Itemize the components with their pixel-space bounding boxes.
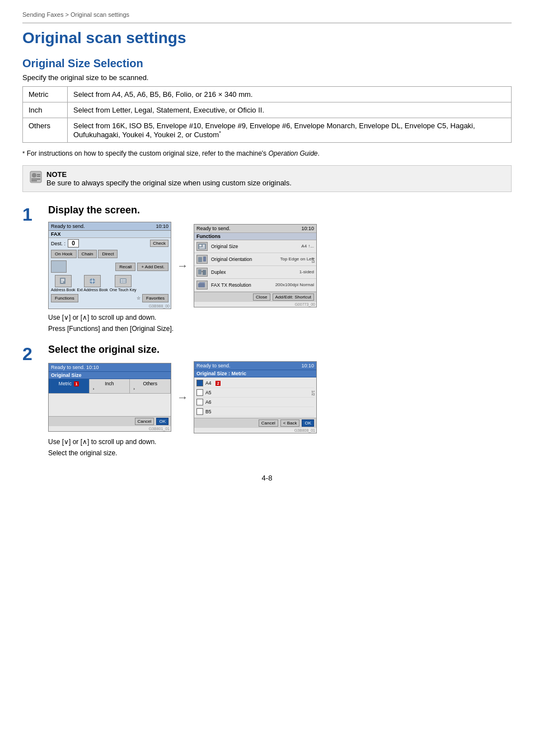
fax-status: Ready to send. bbox=[51, 223, 85, 229]
orig-item-check[interactable] bbox=[196, 408, 203, 415]
svg-rect-23 bbox=[203, 246, 205, 247]
info-table: MetricSelect from A4, A5, A6, B5, B6, Fo… bbox=[22, 86, 512, 143]
svg-rect-24 bbox=[199, 248, 205, 249]
fax-btn-row: On Hook Chain Direct bbox=[49, 249, 171, 259]
step-1-screens: Ready to send. 10:10 FAX Dest. : 0 Check… bbox=[48, 222, 512, 309]
orig-ok-btn-2[interactable]: OK bbox=[302, 419, 314, 427]
orig-item-check[interactable] bbox=[196, 389, 203, 396]
fax-chain-btn[interactable]: Chain bbox=[78, 250, 97, 258]
fax-direct-btn[interactable]: Direct bbox=[98, 250, 118, 258]
step-1-scroll-hint: Use [∨] or [∧] to scroll up and down. bbox=[48, 314, 512, 321]
table-cell-label: Metric bbox=[23, 87, 68, 102]
orig-tabs: Metric 1 Inch › Others › bbox=[49, 379, 171, 394]
fax-functions-btn[interactable]: Functions bbox=[51, 294, 78, 302]
orig-tab-metric[interactable]: Metric 1 bbox=[49, 379, 90, 393]
fax-on-hook-btn[interactable]: On Hook bbox=[51, 250, 77, 258]
step-1-title: Display the screen. bbox=[48, 204, 512, 216]
step-1: 1 Display the screen. Ready to send. 10:… bbox=[22, 204, 512, 333]
note-text: Be sure to always specify the original s… bbox=[46, 179, 292, 187]
func-item-value: 200x100dpi Normal bbox=[275, 282, 314, 287]
svg-rect-22 bbox=[203, 245, 205, 246]
func-item: FAX TX Resolution200x100dpi Normal bbox=[194, 279, 316, 292]
orig-item-check[interactable] bbox=[196, 380, 203, 386]
func-footer: Close Add/Edit: Shortcut bbox=[194, 292, 316, 302]
step-2-title: Select the original size. bbox=[48, 344, 512, 356]
orig-page: 1/2 bbox=[311, 390, 315, 396]
fax-favorites-btn[interactable]: Favorites bbox=[142, 294, 168, 302]
table-row: OthersSelect from 16K, ISO B5, Envelope … bbox=[23, 118, 512, 143]
note-label: NOTE bbox=[46, 170, 67, 179]
orig-item[interactable]: B5 bbox=[196, 407, 314, 417]
fax-label: FAX bbox=[51, 231, 61, 237]
fax-one-touch-icon[interactable] bbox=[115, 275, 132, 287]
section-heading: Original Size Selection bbox=[22, 57, 512, 70]
step-1-number: 1 bbox=[22, 206, 39, 223]
func-image-id: G00773_00 bbox=[194, 302, 316, 307]
svg-rect-13 bbox=[120, 278, 127, 283]
inch-arrow: › bbox=[92, 386, 128, 391]
orig-tab-others[interactable]: Others › bbox=[130, 379, 171, 393]
func-close-btn[interactable]: Close bbox=[253, 293, 270, 301]
fax-ext-address-label: Ext Address Book bbox=[77, 288, 108, 292]
fax-adddest-btn[interactable]: + Add Dest. bbox=[137, 263, 168, 271]
orig-screen-1-image-id: G3B801_01 bbox=[49, 426, 171, 431]
orig-back-btn[interactable]: < Back bbox=[280, 419, 300, 427]
note-content: NOTE Be sure to always specify the origi… bbox=[46, 170, 292, 187]
step-2-screens: Ready to send. 10:10 Original Size Metri… bbox=[48, 361, 512, 433]
orig-item[interactable]: A6 bbox=[196, 398, 314, 407]
fax-image-id: G3B988_00 bbox=[49, 304, 171, 309]
fax-check-btn[interactable]: Check bbox=[150, 240, 168, 247]
func-screen: Ready to send. 10:10 Functions Original … bbox=[194, 224, 317, 307]
fax-address-book-icon[interactable] bbox=[55, 275, 72, 287]
func-page: 1/3 bbox=[311, 258, 315, 263]
svg-rect-30 bbox=[198, 283, 205, 287]
fax-ext-address-icon[interactable] bbox=[84, 275, 101, 287]
others-arrow: › bbox=[132, 386, 168, 391]
func-item: Original OrientationTop Edge on Left bbox=[194, 253, 316, 266]
page-number: 4-8 bbox=[22, 474, 512, 482]
fax-dest-label: Dest. : bbox=[51, 241, 65, 246]
step-1-arrow: → bbox=[177, 259, 188, 272]
operation-guide-ref: Operation Guide bbox=[268, 150, 317, 157]
func-status: Ready to send. bbox=[196, 226, 231, 231]
orig-screen-1-label: Original Size bbox=[49, 372, 171, 379]
orig-cancel-btn-2[interactable]: Cancel bbox=[259, 419, 278, 427]
orig-size-screen-2: Ready to send. 10:10 Original Size : Met… bbox=[194, 361, 317, 433]
orig-footer-2: Cancel < Back OK bbox=[194, 418, 316, 428]
func-screen-label: Functions bbox=[194, 233, 316, 240]
step-2-number: 2 bbox=[22, 345, 39, 363]
svg-rect-15 bbox=[123, 279, 124, 281]
orig-items: A42A5A6B5 bbox=[194, 377, 316, 418]
orig-cancel-btn-1[interactable]: Cancel bbox=[135, 418, 154, 425]
orig-screen-1-time: 10:10 bbox=[86, 365, 99, 370]
func-item-icon bbox=[196, 242, 208, 251]
table-cell-label: Inch bbox=[23, 102, 68, 118]
svg-rect-26 bbox=[203, 256, 206, 262]
func-item-value: A4 ↑... bbox=[301, 244, 314, 249]
svg-rect-19 bbox=[124, 282, 125, 283]
page-title: Original scan settings bbox=[22, 22, 512, 47]
func-item-label: Original Size bbox=[211, 244, 298, 249]
orig-tab-inch[interactable]: Inch › bbox=[90, 379, 130, 393]
svg-rect-3 bbox=[37, 176, 40, 177]
orig-item-label: B5 bbox=[205, 409, 211, 414]
func-item-icon bbox=[196, 281, 208, 290]
svg-rect-8 bbox=[61, 281, 64, 282]
footnote: * For instructions on how to specify the… bbox=[22, 150, 512, 157]
table-row: MetricSelect from A4, A5, A6, B5, B6, Fo… bbox=[23, 87, 512, 102]
orig-ok-btn-1[interactable]: OK bbox=[156, 418, 168, 425]
orig-screen-2-status: Ready to send. bbox=[196, 363, 231, 368]
fax-bottom-row: Functions ☆ Favorites bbox=[49, 293, 171, 304]
orig-item[interactable]: A5 bbox=[196, 388, 314, 398]
step-2-caption: Select the original size. bbox=[48, 449, 512, 457]
orig-item-check[interactable] bbox=[196, 399, 203, 405]
orig-item[interactable]: A42 bbox=[196, 379, 314, 388]
table-cell-label: Others bbox=[23, 118, 68, 143]
fax-recall-btn[interactable]: Recall bbox=[115, 263, 135, 271]
svg-rect-18 bbox=[123, 282, 124, 283]
svg-rect-7 bbox=[61, 279, 64, 280]
table-cell-value: Select from A4, A5, A6, B5, B6, Folio, o… bbox=[68, 87, 512, 102]
orig-screen-1-status: Ready to send. bbox=[51, 365, 85, 370]
func-add-btn[interactable]: Add/Edit: Shortcut bbox=[273, 293, 314, 301]
step-1-content: Display the screen. Ready to send. 10:10… bbox=[48, 204, 512, 333]
